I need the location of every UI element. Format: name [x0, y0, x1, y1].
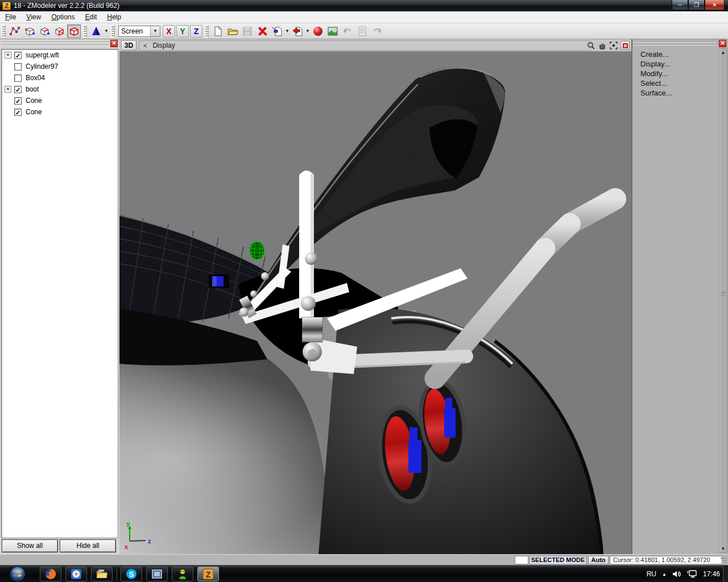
language-indicator[interactable]: RU: [647, 570, 656, 578]
axis-y-button[interactable]: Y: [176, 25, 189, 38]
tree-label[interactable]: boot: [26, 85, 39, 93]
taskbar-firefox[interactable]: [40, 567, 61, 581]
view-mode-button[interactable]: 3D: [121, 40, 136, 51]
import-icon[interactable]: [270, 24, 284, 38]
resize-grip[interactable]: [720, 557, 727, 564]
new-file-icon[interactable]: [211, 24, 225, 38]
close-button[interactable]: ✕: [705, 0, 725, 10]
menu-options[interactable]: Options: [46, 12, 80, 22]
menu-view[interactable]: View: [21, 12, 46, 22]
command-modify[interactable]: Modify...: [640, 70, 672, 77]
tree-label[interactable]: Box04: [26, 74, 45, 82]
hide-all-button[interactable]: Hide all: [60, 539, 116, 552]
axis-z-button[interactable]: Z: [190, 25, 202, 38]
visibility-checkbox[interactable]: ✓: [14, 52, 22, 59]
scene-tree-header[interactable]: ✕: [0, 39, 119, 48]
texture-browser-icon[interactable]: [326, 24, 340, 38]
restore-button[interactable]: ❐: [688, 0, 705, 10]
back-arrow-icon[interactable]: <: [143, 42, 147, 49]
volume-icon[interactable]: [672, 570, 681, 578]
command-display[interactable]: Display...: [640, 60, 672, 68]
taskbar-separator: [117, 567, 117, 581]
export-dropdown-icon[interactable]: ▼: [305, 28, 311, 34]
tree-row-cone-1[interactable]: ✓ Cone: [2, 95, 118, 106]
taskbar-explorer[interactable]: [91, 567, 113, 581]
create-dropdown-icon[interactable]: ▼: [104, 28, 109, 34]
menu-file[interactable]: File: [0, 12, 21, 22]
tree-row-cylinder97[interactable]: Cylinder97: [2, 61, 118, 72]
mode-vertices-cube-icon[interactable]: [23, 24, 36, 38]
tree-row-boot[interactable]: + ✓ boot: [2, 84, 118, 95]
screen-select-value: Screen: [119, 27, 150, 35]
pan-icon[interactable]: [598, 41, 607, 50]
mode-edges-cube-icon[interactable]: [38, 24, 51, 38]
taskbar-qip[interactable]: [172, 567, 193, 581]
visibility-checkbox[interactable]: [14, 74, 22, 82]
network-icon[interactable]: [687, 570, 697, 578]
axis-x-button[interactable]: X: [163, 25, 175, 38]
export-icon[interactable]: [291, 24, 304, 38]
create-cone-icon[interactable]: [89, 24, 103, 38]
viewport-header: 3D < Display: [119, 39, 631, 52]
commands-panel-header[interactable]: ✕: [632, 39, 728, 48]
viewport-breadcrumb[interactable]: < Display: [139, 40, 590, 51]
command-select[interactable]: Select...: [640, 80, 672, 87]
scene-tree[interactable]: + ✓ supergt.wft Cylinder97 Box04 + ✓ boo…: [1, 49, 118, 538]
clock[interactable]: 17:46: [703, 570, 720, 578]
scroll-grip[interactable]: [721, 292, 726, 297]
visibility-checkbox[interactable]: [14, 63, 22, 70]
screen-select[interactable]: Screen ▼: [118, 26, 160, 37]
tree-row-box04[interactable]: Box04: [2, 72, 118, 84]
panel-scrollbar[interactable]: ▲ ▼: [719, 48, 727, 553]
zoom-icon[interactable]: [586, 41, 595, 50]
scroll-up-icon[interactable]: ▲: [720, 49, 726, 56]
tree-row-cone-2[interactable]: ✓ Cone: [2, 106, 118, 118]
mode-faces-cube-icon[interactable]: [52, 24, 66, 38]
command-create[interactable]: Create...: [640, 51, 672, 58]
expand-icon[interactable]: +: [5, 86, 11, 93]
auto-button[interactable]: Auto: [588, 556, 609, 564]
panel-close-icon[interactable]: ✕: [110, 40, 118, 47]
scroll-down-icon[interactable]: ▼: [720, 546, 726, 552]
viewport-canvas[interactable]: y z x: [119, 52, 631, 554]
minimize-button[interactable]: ─: [672, 0, 688, 10]
panel-close-icon[interactable]: ✕: [719, 40, 726, 47]
visibility-checkbox[interactable]: ✓: [14, 97, 22, 105]
tree-label[interactable]: Cylinder97: [26, 63, 58, 70]
taskbar-media-player[interactable]: [65, 567, 87, 581]
show-all-button[interactable]: Show all: [2, 539, 58, 552]
menu-edit[interactable]: Edit: [80, 12, 102, 22]
tree-row-supergt[interactable]: + ✓ supergt.wft: [2, 49, 118, 61]
taskbar-skype[interactable]: S: [121, 567, 142, 581]
menu-help[interactable]: Help: [102, 12, 126, 22]
chevron-down-icon[interactable]: ▼: [150, 26, 160, 36]
command-surface[interactable]: Surface...: [640, 89, 672, 97]
tray-expand-icon[interactable]: ▲: [662, 572, 667, 577]
import-dropdown-icon[interactable]: ▼: [284, 28, 290, 34]
tree-label[interactable]: supergt.wft: [26, 51, 59, 59]
select-elements-icon[interactable]: [8, 24, 22, 38]
expand-icon[interactable]: +: [5, 52, 11, 59]
redo-icon: [370, 24, 384, 38]
toolbar-grip[interactable]: [2, 25, 6, 38]
open-file-icon[interactable]: [226, 24, 239, 38]
fullscreen-red-icon[interactable]: [621, 41, 630, 50]
delete-icon[interactable]: [255, 24, 269, 38]
panel-grip[interactable]: [634, 41, 717, 45]
tree-label[interactable]: Cone: [26, 108, 42, 116]
taskbar-image-viewer[interactable]: [146, 567, 168, 581]
title-bar[interactable]: Z 18 - ZModeler ver 2.2.2 (Build 962) ─ …: [0, 0, 728, 11]
toolbar-grip[interactable]: [111, 25, 115, 38]
taskbar-zmodeler[interactable]: Z: [197, 567, 219, 581]
panel-grip[interactable]: [1, 41, 109, 45]
toolbar-grip[interactable]: [83, 25, 87, 38]
tree-label[interactable]: Cone: [26, 97, 42, 105]
show-desktop-button[interactable]: [723, 566, 728, 582]
start-orb[interactable]: [9, 566, 26, 582]
visibility-checkbox[interactable]: ✓: [14, 86, 22, 93]
material-editor-icon[interactable]: [311, 24, 325, 38]
toolbar-grip[interactable]: [205, 25, 209, 38]
visibility-checkbox[interactable]: ✓: [14, 109, 22, 116]
mode-objects-cube-icon[interactable]: [67, 24, 81, 38]
maximize-view-icon[interactable]: [609, 41, 618, 50]
